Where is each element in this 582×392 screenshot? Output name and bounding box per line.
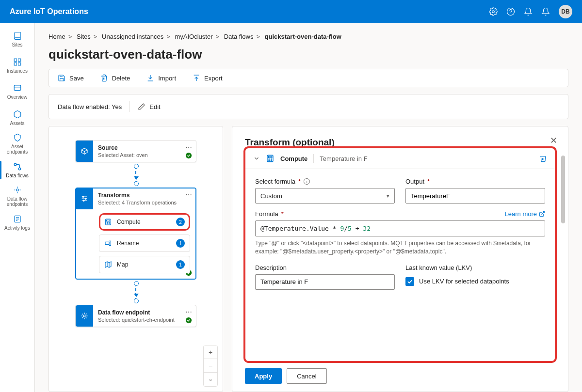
nav-label: Sites bbox=[12, 42, 22, 47]
grid-icon bbox=[13, 58, 22, 66]
crumb-cluster[interactable]: myAIOcluster bbox=[175, 33, 212, 40]
flow-canvas[interactable]: Source Selected Asset: oven ⋯ Transforms bbox=[48, 126, 223, 392]
compute-form: Compute Temperature in F Select formula … bbox=[243, 146, 557, 363]
topbar: Azure IoT Operations DB bbox=[0, 0, 582, 23]
enabled-label: Data flow enabled: Yes bbox=[58, 103, 122, 110]
nav-activity-logs[interactable]: Activity logs bbox=[0, 209, 34, 235]
zoom-in-button[interactable]: + bbox=[204, 345, 217, 359]
help-icon[interactable] bbox=[506, 7, 515, 16]
lkv-checkbox-label: Use LKV for selected datapoints bbox=[419, 278, 509, 285]
nav-overview[interactable]: Overview bbox=[0, 78, 34, 105]
count-badge: 2 bbox=[176, 218, 185, 226]
crumb-dataflows[interactable]: Data flows bbox=[224, 33, 254, 40]
node-title: Source bbox=[98, 144, 191, 151]
nav-label: Overview bbox=[7, 94, 28, 100]
lkv-checkbox-row[interactable]: Use LKV for selected datapoints bbox=[405, 277, 545, 286]
more-icon[interactable]: ⋯ bbox=[185, 308, 192, 316]
zoom-out-button[interactable]: − bbox=[204, 359, 217, 373]
nav-asset-endpoints[interactable]: Asset endpoints bbox=[0, 131, 34, 157]
flow-icon bbox=[13, 162, 22, 171]
svg-point-11 bbox=[16, 189, 18, 191]
learn-more-link[interactable]: Learn more bbox=[505, 210, 545, 218]
import-icon bbox=[146, 74, 154, 82]
svg-line-42 bbox=[541, 212, 544, 215]
check-icon bbox=[185, 152, 192, 159]
svg-marker-31 bbox=[105, 262, 111, 267]
topbar-actions: DB bbox=[489, 5, 572, 18]
section-label: Compute bbox=[280, 155, 307, 162]
pencil-icon bbox=[138, 103, 146, 110]
edit-label: Edit bbox=[149, 103, 160, 110]
export-icon bbox=[193, 74, 200, 82]
nav-sites[interactable]: Sites bbox=[0, 26, 34, 52]
close-icon[interactable]: ✕ bbox=[550, 135, 557, 146]
lkv-heading: Last known value (LKV) bbox=[405, 264, 545, 271]
nav-label: Asset endpoints bbox=[0, 144, 34, 155]
crumb-unassigned[interactable]: Unassigned instances bbox=[102, 33, 163, 40]
fit-button[interactable]: ▫ bbox=[204, 373, 217, 386]
svg-point-22 bbox=[83, 200, 84, 202]
trash-icon bbox=[100, 74, 108, 82]
node-endpoint[interactable]: Data flow endpoint Selected: quickstart-… bbox=[75, 305, 196, 327]
child-rename[interactable]: Rename 1 bbox=[99, 235, 190, 252]
avatar[interactable]: DB bbox=[559, 5, 572, 18]
chevron-down-icon[interactable] bbox=[253, 155, 260, 162]
svg-point-41 bbox=[271, 160, 272, 161]
formula-input[interactable]: @Temperature.Value * 9/5 + 32 bbox=[255, 220, 545, 236]
svg-rect-37 bbox=[268, 157, 272, 158]
svg-rect-4 bbox=[18, 59, 20, 61]
save-icon bbox=[58, 74, 65, 82]
description-input[interactable] bbox=[255, 274, 395, 290]
sparkle-bell-icon[interactable] bbox=[524, 7, 533, 16]
checkbox-checked-icon[interactable] bbox=[405, 277, 414, 286]
transform-icon bbox=[76, 188, 93, 209]
bell-icon[interactable] bbox=[541, 7, 550, 16]
cancel-button[interactable]: Cancel bbox=[287, 368, 326, 384]
asset-icon bbox=[13, 110, 22, 119]
svg-rect-25 bbox=[107, 220, 110, 221]
svg-point-9 bbox=[14, 163, 16, 166]
import-button[interactable]: Import bbox=[146, 74, 176, 82]
crumb-home[interactable]: Home bbox=[48, 33, 65, 40]
node-title: Transforms bbox=[98, 192, 191, 199]
nav-data-flow-endpoints[interactable]: Data flow endpoints bbox=[0, 183, 34, 209]
nav-data-flows[interactable]: Data flows bbox=[0, 157, 34, 183]
svg-point-34 bbox=[83, 315, 85, 317]
svg-point-27 bbox=[109, 222, 109, 223]
svg-point-10 bbox=[18, 168, 21, 170]
svg-point-28 bbox=[107, 223, 107, 224]
section-header[interactable]: Compute Temperature in F bbox=[245, 148, 555, 169]
trash-icon[interactable] bbox=[539, 155, 547, 162]
save-button[interactable]: Save bbox=[58, 74, 84, 82]
more-icon[interactable]: ⋯ bbox=[185, 143, 192, 151]
more-icon[interactable]: ⋯ bbox=[185, 191, 192, 199]
apply-button[interactable]: Apply bbox=[245, 368, 282, 384]
crumb-sites[interactable]: Sites bbox=[77, 33, 91, 40]
svg-rect-3 bbox=[14, 59, 16, 61]
edit-button[interactable]: Edit bbox=[138, 103, 160, 110]
select-formula-dropdown[interactable]: Custom ▾ bbox=[255, 188, 395, 204]
node-transforms[interactable]: Transforms Selected: 4 Transform operati… bbox=[75, 188, 196, 280]
delete-button[interactable]: Delete bbox=[100, 74, 130, 82]
svg-rect-7 bbox=[14, 85, 21, 91]
book-icon bbox=[13, 31, 22, 40]
node-source[interactable]: Source Selected Asset: oven ⋯ bbox=[75, 140, 196, 162]
output-input[interactable] bbox=[405, 188, 545, 204]
flow-endpoint-icon bbox=[13, 186, 22, 194]
panel-scrollbar[interactable] bbox=[561, 156, 566, 362]
asset-endpoint-icon bbox=[13, 133, 22, 142]
svg-point-29 bbox=[109, 223, 109, 224]
nav-label: Instances bbox=[7, 68, 28, 74]
nav-assets[interactable]: Assets bbox=[0, 105, 34, 131]
svg-rect-30 bbox=[105, 242, 109, 244]
info-icon[interactable]: i bbox=[304, 178, 310, 185]
child-compute[interactable]: Compute 2 bbox=[99, 213, 190, 231]
tool-label: Export bbox=[204, 75, 223, 82]
export-button[interactable]: Export bbox=[193, 74, 223, 82]
child-map[interactable]: Map 1 bbox=[99, 256, 190, 273]
tool-label: Save bbox=[69, 75, 84, 82]
gear-icon[interactable] bbox=[489, 7, 498, 16]
svg-rect-5 bbox=[14, 63, 16, 65]
nav-instances[interactable]: Instances bbox=[0, 52, 34, 78]
select-value: Custom bbox=[260, 192, 282, 200]
